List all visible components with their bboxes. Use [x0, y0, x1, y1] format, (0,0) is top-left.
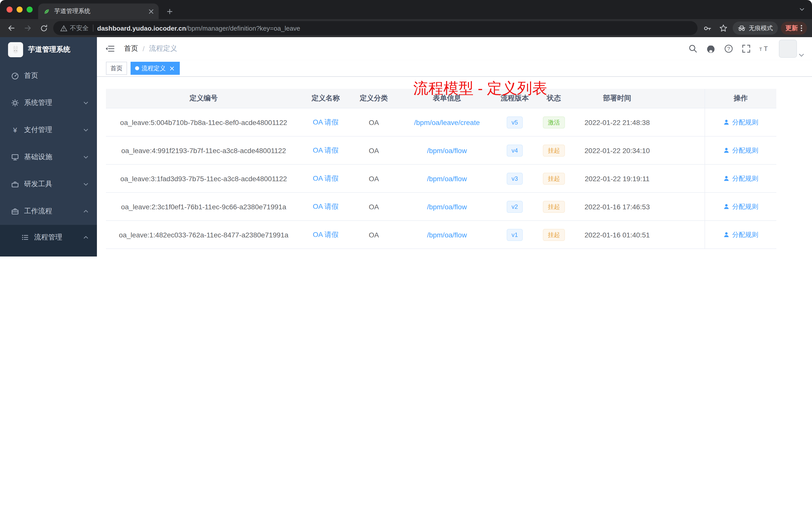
browser-menu-button[interactable]: 更新	[781, 22, 807, 35]
chevron-down-icon	[83, 127, 89, 133]
maximize-window-button[interactable]	[27, 6, 33, 12]
assign-rule-link[interactable]: 分配规则	[723, 174, 758, 183]
sidebar-item-process-management[interactable]: 流程管理	[0, 225, 97, 250]
app-root: 芋道管理系统 首页 系统管理 ¥ 支付管理 基础设施	[0, 37, 812, 256]
version-tag: v4	[506, 144, 523, 156]
sidebar-item-infrastructure[interactable]: 基础设施	[0, 144, 97, 171]
table-row: oa_leave:5:004b710b-7b8a-11ec-8ef0-acde4…	[106, 109, 776, 137]
sidebar-toggle-icon[interactable]	[105, 43, 116, 54]
version-tag: v1	[506, 229, 523, 241]
definition-name-link[interactable]: OA 请假	[313, 202, 339, 211]
definition-category: OA	[350, 164, 398, 192]
definition-id: oa_leave:2:3c1f0ef1-76b1-11ec-9c66-a2380…	[106, 193, 301, 220]
chevron-up-icon	[83, 234, 89, 240]
sidebar: 芋道管理系统 首页 系统管理 ¥ 支付管理 基础设施	[0, 37, 97, 256]
form-link[interactable]: /bpm/oa/leave/create	[414, 118, 480, 126]
sidebar-item-label: 工作流程	[24, 207, 52, 216]
table-row: oa_leave:4:991f2193-7b7f-11ec-a3c8-acde4…	[106, 137, 776, 164]
back-icon[interactable]	[5, 22, 18, 35]
active-dot	[135, 66, 139, 70]
status-tag: 挂起	[543, 229, 565, 241]
kebab-menu-icon	[801, 25, 803, 32]
definition-id: oa_leave:4:991f2193-7b7f-11ec-a3c8-acde4…	[106, 137, 301, 164]
version-tag: v2	[506, 201, 523, 213]
assign-rule-link[interactable]: 分配规则	[723, 230, 758, 239]
dashboard-icon	[11, 72, 19, 80]
definition-name-link[interactable]: OA 请假	[313, 118, 339, 127]
form-link[interactable]: /bpm/oa/flow	[427, 231, 467, 239]
password-key-icon[interactable]	[700, 22, 714, 35]
definition-id: oa_leave:1:482ec033-762a-11ec-8477-a2380…	[106, 221, 301, 248]
reload-icon[interactable]	[37, 22, 50, 35]
browser-window: 芋道管理系统 不安全 dashboard.yudao.i	[0, 0, 812, 256]
sidebar-item-payment[interactable]: ¥ 支付管理	[0, 117, 97, 144]
assign-rule-link[interactable]: 分配规则	[723, 146, 758, 155]
deploy-time: 2022-01-16 01:40:51	[575, 221, 660, 248]
version-tag: v3	[506, 173, 523, 184]
user-icon	[723, 232, 730, 238]
user-icon	[723, 203, 730, 210]
definition-name-link[interactable]: OA 请假	[313, 174, 339, 183]
table-row: oa_leave:2:3c1f0ef1-76b1-11ec-9c66-a2380…	[106, 193, 776, 221]
fullscreen-icon[interactable]	[742, 44, 751, 53]
breadcrumb-home[interactable]: 首页	[124, 44, 138, 53]
caret-down-icon	[799, 54, 804, 57]
svg-text:T: T	[764, 45, 768, 53]
tag-process-definition[interactable]: 流程定义	[130, 62, 180, 75]
search-icon[interactable]	[689, 44, 697, 53]
forward-icon[interactable]	[21, 22, 34, 35]
assign-rule-link[interactable]: 分配规则	[723, 118, 758, 127]
column-header: 定义名称	[301, 89, 350, 108]
column-filler	[660, 89, 704, 108]
omnibox-divider	[93, 25, 93, 32]
url-text: dashboard.yudao.iocoder.cn/bpm/manager/d…	[97, 24, 300, 32]
sidebar-item-home[interactable]: 首页	[0, 62, 97, 89]
form-link[interactable]: /bpm/oa/flow	[427, 146, 467, 154]
tab-search-icon[interactable]	[799, 6, 805, 12]
help-icon[interactable]: ?	[724, 44, 733, 53]
browser-tab[interactable]: 芋道管理系统	[38, 3, 159, 19]
tag-label: 首页	[111, 64, 122, 72]
tag-home[interactable]: 首页	[106, 62, 127, 75]
form-link[interactable]: /bpm/oa/flow	[427, 203, 467, 211]
definition-table: 定义编号 定义名称 定义分类 表单信息 流程版本 状态 部署时间 操作 oa_l…	[106, 89, 776, 249]
column-header: 定义编号	[106, 89, 301, 108]
table-row: oa_leave:3:1fad3d93-7b75-11ec-a3c8-acde4…	[106, 164, 776, 193]
chevron-down-icon	[83, 154, 89, 160]
security-warning[interactable]: 不安全	[60, 24, 89, 32]
deploy-time: 2022-01-22 19:19:11	[575, 164, 660, 192]
breadcrumb-current: 流程定义	[149, 44, 177, 53]
incognito-badge: 无痕模式	[733, 22, 778, 35]
tab-title: 芋道管理系统	[54, 7, 149, 16]
incognito-icon	[738, 25, 746, 32]
svg-text:T: T	[759, 47, 762, 52]
user-icon	[723, 175, 730, 182]
url-path: /bpm/manager/definition?key=oa_leave	[186, 24, 300, 32]
breadcrumb-separator: /	[143, 45, 145, 53]
status-tag: 挂起	[543, 201, 565, 213]
new-tab-button[interactable]	[164, 5, 176, 18]
breadcrumb: 首页 / 流程定义	[124, 44, 177, 53]
form-link[interactable]: /bpm/oa/flow	[427, 175, 467, 182]
assign-rule-link[interactable]: 分配规则	[723, 202, 758, 211]
font-size-icon[interactable]: TT	[759, 44, 770, 53]
sidebar-item-devtools[interactable]: 研发工具	[0, 171, 97, 198]
tag-close-icon[interactable]	[168, 65, 175, 72]
bookmark-star-icon[interactable]	[717, 22, 730, 35]
yen-icon: ¥	[11, 126, 19, 134]
sidebar-item-workflow[interactable]: 工作流程	[0, 198, 97, 225]
github-icon[interactable]	[706, 44, 716, 54]
minimize-window-button[interactable]	[17, 6, 23, 12]
page-content: 定义编号 定义名称 定义分类 表单信息 流程版本 状态 部署时间 操作 oa_l…	[97, 77, 812, 256]
sidebar-item-label: 流程管理	[34, 233, 62, 242]
definition-name-link[interactable]: OA 请假	[313, 146, 339, 155]
close-window-button[interactable]	[6, 6, 12, 12]
main-area: 流程模型 - 定义列表 首页 / 流程定义	[97, 37, 812, 256]
address-bar[interactable]: 不安全 dashboard.yudao.iocoder.cn/bpm/manag…	[53, 21, 697, 35]
sidebar-item-system[interactable]: 系统管理	[0, 89, 97, 117]
definition-id: oa_leave:3:1fad3d93-7b75-11ec-a3c8-acde4…	[106, 164, 301, 192]
tab-close-icon[interactable]	[149, 9, 154, 14]
sidebar-item-process-form[interactable]: 流程表单	[0, 250, 97, 256]
definition-name-link[interactable]: OA 请假	[313, 230, 339, 239]
user-menu[interactable]	[779, 40, 804, 58]
